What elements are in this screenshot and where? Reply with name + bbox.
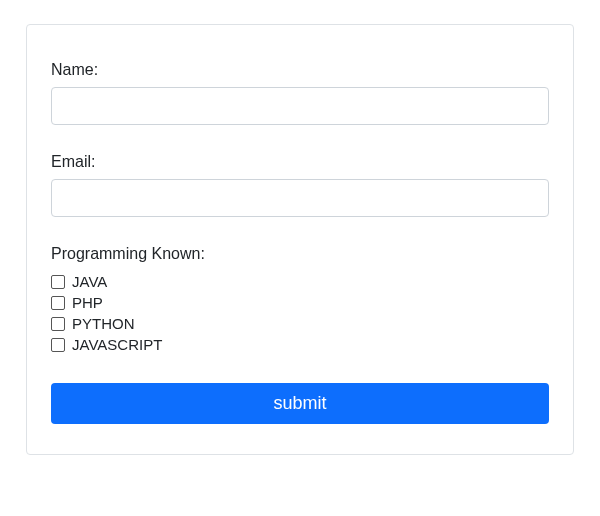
checkbox-option-javascript: JAVASCRIPT <box>51 336 549 353</box>
checkbox-option-php: PHP <box>51 294 549 311</box>
programming-label: Programming Known: <box>51 245 549 263</box>
checkbox-label: PHP <box>72 294 103 311</box>
checkbox-javascript[interactable] <box>51 338 65 352</box>
programming-options: JAVA PHP PYTHON JAVASCRIPT <box>51 273 549 353</box>
checkbox-python[interactable] <box>51 317 65 331</box>
checkbox-label: JAVA <box>72 273 107 290</box>
checkbox-php[interactable] <box>51 296 65 310</box>
name-label: Name: <box>51 61 549 79</box>
submit-button[interactable]: submit <box>51 383 549 424</box>
checkbox-option-java: JAVA <box>51 273 549 290</box>
name-group: Name: <box>51 61 549 125</box>
email-input[interactable] <box>51 179 549 217</box>
checkbox-option-python: PYTHON <box>51 315 549 332</box>
email-label: Email: <box>51 153 549 171</box>
email-group: Email: <box>51 153 549 217</box>
name-input[interactable] <box>51 87 549 125</box>
checkbox-label: PYTHON <box>72 315 135 332</box>
checkbox-label: JAVASCRIPT <box>72 336 162 353</box>
form-card: Name: Email: Programming Known: JAVA PHP… <box>26 24 574 455</box>
programming-group: Programming Known: JAVA PHP PYTHON JAVAS… <box>51 245 549 353</box>
checkbox-java[interactable] <box>51 275 65 289</box>
